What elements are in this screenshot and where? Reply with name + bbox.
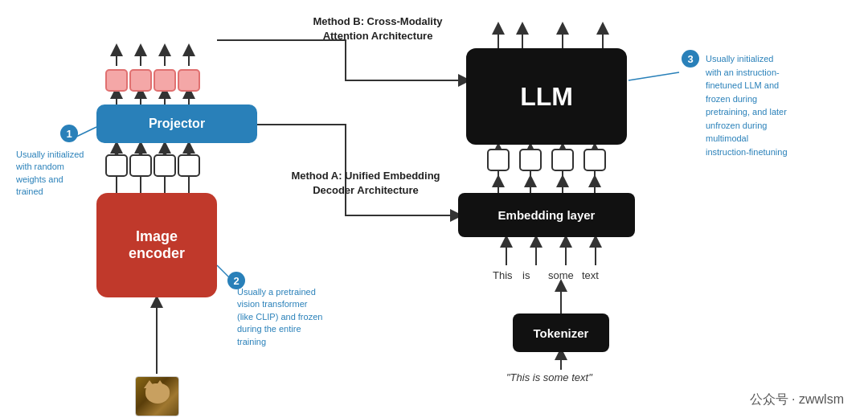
embedding-layer-box: Embedding layer bbox=[458, 193, 635, 237]
tokenizer-label: Tokenizer bbox=[534, 326, 589, 340]
tokenizer-box: Tokenizer bbox=[513, 314, 609, 352]
llm-input-token-1 bbox=[487, 149, 510, 171]
cat-image bbox=[135, 376, 179, 416]
text-token-text: text bbox=[582, 269, 599, 281]
output-token-3 bbox=[154, 69, 176, 92]
note-3: Usually initialized with an instruction-… bbox=[706, 52, 854, 158]
input-token-2 bbox=[129, 154, 152, 177]
llm-box: LLM bbox=[466, 48, 627, 145]
note-1: Usually initialized with random weights … bbox=[16, 149, 96, 199]
note-2: Usually a pretrained vision transformer … bbox=[237, 286, 362, 348]
input-token-4 bbox=[178, 154, 200, 177]
llm-label: LLM bbox=[520, 82, 573, 112]
badge-1: 1 bbox=[60, 125, 78, 142]
output-token-1 bbox=[105, 69, 128, 92]
method-a-label: Method A: Unified Embedding Decoder Arch… bbox=[285, 169, 446, 198]
input-text-label: "This is some text" bbox=[506, 371, 592, 383]
image-encoder-box: Image encoder bbox=[96, 193, 217, 297]
text-token-some: some bbox=[548, 269, 574, 281]
watermark: 公众号 · zwwlsm bbox=[750, 391, 844, 408]
badge-3: 3 bbox=[682, 50, 699, 68]
svg-line-37 bbox=[628, 72, 679, 80]
projector-label: Projector bbox=[149, 117, 205, 131]
embedding-layer-label: Embedding layer bbox=[498, 208, 596, 222]
text-token-this: This bbox=[493, 269, 513, 281]
projector-box: Projector bbox=[96, 104, 257, 143]
svg-line-35 bbox=[76, 127, 96, 137]
llm-input-token-3 bbox=[551, 149, 574, 171]
text-token-is: is bbox=[522, 269, 530, 281]
llm-input-token-2 bbox=[519, 149, 542, 171]
input-token-3 bbox=[154, 154, 176, 177]
diagram: Image encoder Projector Method B: Cross-… bbox=[0, 0, 868, 418]
output-token-4 bbox=[178, 69, 200, 92]
llm-input-token-4 bbox=[583, 149, 606, 171]
image-encoder-label: Image encoder bbox=[129, 228, 185, 262]
output-token-2 bbox=[129, 69, 152, 92]
method-b-label: Method B: Cross-Modality Attention Archi… bbox=[297, 14, 458, 43]
input-token-1 bbox=[105, 154, 128, 177]
